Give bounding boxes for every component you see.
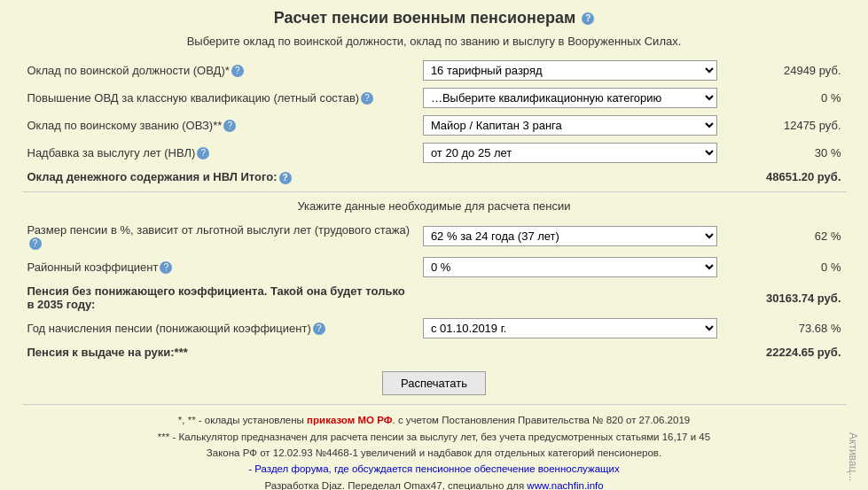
value-nvl: 30 % <box>723 139 847 167</box>
row-year-coeff: Год начисления пенсии (понижающий коэффи… <box>22 315 847 342</box>
main-table: Оклад по воинской должности (ОВД)*? 16 т… <box>22 57 847 188</box>
help-nvl[interactable]: ? <box>197 147 209 159</box>
label-ovd: Оклад по воинской должности (ОВД)*? <box>22 57 418 84</box>
value-year-coeff: 73.68 % <box>723 315 847 342</box>
value-pension-pct: 62 % <box>723 220 847 254</box>
input-ovz[interactable]: Майор / Капитан 3 ранга Подполковник / К… <box>418 112 723 139</box>
footer-link-mo[interactable]: приказом МО РФ <box>307 415 392 425</box>
label-ovd-class: Повышение ОВД за классную квалификацию (… <box>22 84 418 112</box>
title-help-icon[interactable]: ? <box>582 12 594 25</box>
select-year-coeff[interactable]: с 01.10.2019 г. с 01.01.2020 г. с 01.10.… <box>423 318 717 338</box>
divider2 <box>22 404 847 405</box>
input-ovd-class[interactable]: …Выберите квалификационную категорию 1 к… <box>418 84 723 112</box>
row-pension-2035: Пенсия без понижающего коэффициента. Так… <box>22 281 847 315</box>
row-pension-pct: Размер пенсии в %, зависит от льготной в… <box>22 220 847 254</box>
subtitle: Выберите оклад по воинской должности, ок… <box>22 35 847 48</box>
footer-line2: *** - Калькулятор предназначен для расче… <box>22 429 847 445</box>
label-pension-total: Пенсия к выдаче на руки:*** <box>22 342 418 362</box>
section2-title: Укажите данные необходимые для расчета п… <box>22 199 847 213</box>
select-ovz[interactable]: Майор / Капитан 3 ранга Подполковник / К… <box>423 115 717 136</box>
label-total-ods: Оклад денежного содержания и НВЛ Итого:? <box>22 167 418 188</box>
input-ovd[interactable]: 16 тарифный разряд 15 тарифный разряд 14… <box>418 57 723 84</box>
footer-line3: Закона РФ от 12.02.93 №4468-1 увеличений… <box>22 445 847 461</box>
help-total-ods[interactable]: ? <box>279 172 292 184</box>
value-total-ods: 48651.20 руб. <box>723 167 847 188</box>
input-nvl[interactable]: от 20 до 25 лет от 25 лет от 15 до 20 ле… <box>418 139 723 167</box>
value-ovd-class: 0 % <box>723 84 847 112</box>
value-ovd: 24949 руб. <box>723 57 847 84</box>
value-pension-2035: 30163.74 руб. <box>723 281 847 315</box>
label-coeff: Районный коэффициент? <box>22 253 418 281</box>
label-year-coeff: Год начисления пенсии (понижающий коэффи… <box>22 315 418 342</box>
page-title: Расчет пенсии военным пенсионерам ? <box>22 9 847 27</box>
value-pension-total: 22224.65 руб. <box>723 342 847 362</box>
row-pension-total: Пенсия к выдаче на руки:*** 22224.65 руб… <box>22 342 847 362</box>
main-table2: Размер пенсии в %, зависит от льготной в… <box>22 220 847 363</box>
row-ovd: Оклад по воинской должности (ОВД)*? 16 т… <box>22 57 847 84</box>
print-button[interactable]: Распечатать <box>382 371 486 395</box>
help-ovd[interactable]: ? <box>231 65 244 77</box>
select-nvl[interactable]: от 20 до 25 лет от 25 лет от 15 до 20 ле… <box>423 143 717 163</box>
activate-watermark: Активац... <box>847 432 859 481</box>
row-total-ods: Оклад денежного содержания и НВЛ Итого:?… <box>22 167 847 188</box>
help-year-coeff[interactable]: ? <box>313 323 325 335</box>
footer-line1: *, ** - оклады установлены приказом МО Р… <box>22 412 847 428</box>
divider1 <box>22 191 847 192</box>
row-coeff: Районный коэффициент? 0 % 15 % 20 % 25 %… <box>22 253 847 281</box>
select-ovd-class[interactable]: …Выберите квалификационную категорию 1 к… <box>423 88 717 108</box>
footer: *, ** - оклады установлены приказом МО Р… <box>22 412 847 490</box>
value-ovz: 12475 руб. <box>723 112 847 139</box>
select-ovd[interactable]: 16 тарифный разряд 15 тарифный разряд 14… <box>423 60 717 81</box>
help-ovd-class[interactable]: ? <box>361 92 373 105</box>
footer-link2[interactable]: www.nachfin.info <box>527 480 603 490</box>
input-year-coeff[interactable]: с 01.10.2019 г. с 01.01.2020 г. с 01.10.… <box>418 315 723 342</box>
help-coeff[interactable]: ? <box>160 261 172 274</box>
row-nvl: Надбавка за выслугу лет (НВЛ)? от 20 до … <box>22 139 847 167</box>
help-ovz[interactable]: ? <box>223 120 236 132</box>
input-coeff[interactable]: 0 % 15 % 20 % 25 % <box>418 253 723 281</box>
input-pension-pct[interactable]: 62 % за 24 года (37 лет) 65 % за 25 лет … <box>418 220 723 254</box>
label-pension-2035: Пенсия без понижающего коэффициента. Так… <box>22 281 418 315</box>
label-ovz: Оклад по воинскому званию (ОВЗ)**? <box>22 112 418 139</box>
footer-link1[interactable]: - Раздел форума, где обсуждается пенсион… <box>248 463 619 474</box>
footer-link2-line: Разработка Djaz. Переделал Omax47, специ… <box>22 478 847 490</box>
help-pension-pct[interactable]: ? <box>29 237 42 250</box>
label-nvl: Надбавка за выслугу лет (НВЛ)? <box>22 139 418 167</box>
row-ovz: Оклад по воинскому званию (ОВЗ)**? Майор… <box>22 112 847 139</box>
row-ovd-class: Повышение ОВД за классную квалификацию (… <box>22 84 847 112</box>
select-coeff[interactable]: 0 % 15 % 20 % 25 % <box>423 257 717 277</box>
footer-link1-line: - Раздел форума, где обсуждается пенсион… <box>22 461 847 477</box>
value-coeff: 0 % <box>723 253 847 281</box>
select-pension-pct[interactable]: 62 % за 24 года (37 лет) 65 % за 25 лет … <box>423 226 717 246</box>
label-pension-pct: Размер пенсии в %, зависит от льготной в… <box>22 220 418 254</box>
